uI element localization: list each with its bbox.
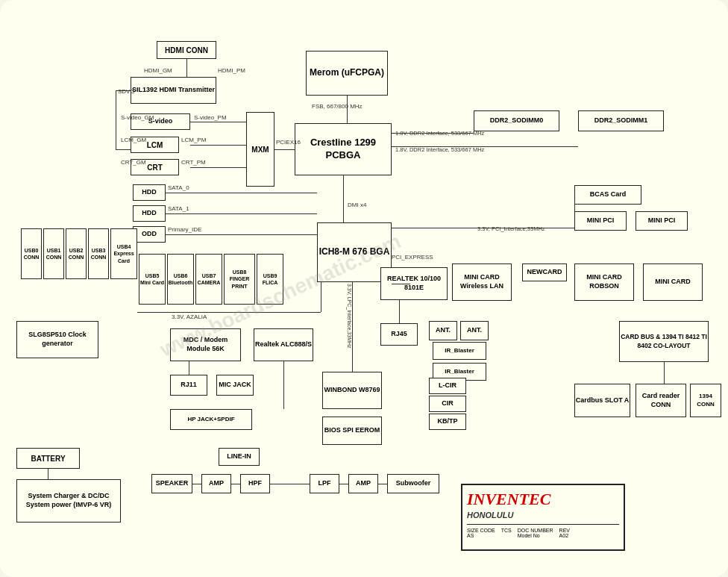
mini-pci1-block: MINI PCI <box>574 211 627 231</box>
line-mxm-crestline <box>274 149 295 150</box>
lpc-interface-label: 3.3V, LPC_Interface,33MHz <box>347 284 352 373</box>
sata1-label: SATA_1 <box>168 205 189 212</box>
usb3-block: USB3 CONN <box>88 228 109 279</box>
tcs-label: TCS <box>501 528 512 533</box>
line-alc-hpjack <box>283 361 284 409</box>
hdmi-pm-label: HDMI_PM <box>218 67 245 74</box>
primary-ide-label: Primary_IDE <box>168 226 201 233</box>
line-battery-charger <box>48 469 48 479</box>
line-hdd1-ich8m <box>166 193 317 193</box>
cir-block: CIR <box>429 396 466 412</box>
hdd1-block: HDD <box>133 184 166 201</box>
schematic-page: www.boardschematic.com HDMI CONN SIL1392… <box>0 0 728 577</box>
bcas-block: BCAS Card <box>574 185 641 205</box>
svideo-gm-label: S-video_GM <box>121 114 154 121</box>
line-hdmi-conn-sil <box>186 59 187 77</box>
line-hpf-lpf <box>270 484 310 484</box>
usb0-block: USB0 CONN <box>21 228 42 279</box>
line-cardbus-v <box>664 362 665 384</box>
crt-gm-label: CRT_GM <box>121 159 146 166</box>
mxm-block: MXM <box>246 112 274 187</box>
line-ich8m-realtek <box>392 284 410 284</box>
line-ich8m-usb-h <box>137 312 321 313</box>
slg8-block: SLG8SP510 Clock generator <box>16 321 98 358</box>
line-odd-ich8m <box>166 234 317 235</box>
card-bus-block: CARD BUS & 1394 TI 8412 TI 8402 CO-LAYOU… <box>619 321 709 362</box>
model-no-label: Model No <box>518 533 553 538</box>
svideo-pm-label: S-video_PM <box>194 114 227 121</box>
a02-label: A02 <box>559 533 570 538</box>
hdd2-block: HDD <box>133 205 166 222</box>
line-amp2-sub <box>378 484 387 484</box>
subwoofer-block: Subwoofer <box>387 474 439 493</box>
cardbus-slot-block: Cardbus SLOT A <box>574 384 630 417</box>
line-speaker-amp1 <box>192 484 201 484</box>
line-bcas-v <box>574 202 575 211</box>
usb1-block: USB1 CONN <box>43 228 64 279</box>
line-svideo-mxm <box>190 122 246 122</box>
line-lcm-mxm <box>190 145 246 146</box>
card-reader-block: Card reader CONN <box>636 384 686 417</box>
line-sil-sdvo <box>116 90 131 91</box>
inventec-title: INVENTEC <box>467 490 619 509</box>
pci-express-label: PCI_EXPRESS <box>392 254 433 261</box>
winbond-block: WINBOND W8769 <box>322 372 382 409</box>
pci-interface-label: 3.3V, PCI_Interface,33MHz <box>477 225 545 232</box>
dmi-label: DMI x4 <box>348 202 366 208</box>
line-merom-crestline <box>347 96 348 123</box>
rj45-block: RJ45 <box>380 323 418 346</box>
ant1-block: ANT. <box>429 321 457 340</box>
line-mdc-rj11 <box>189 361 189 375</box>
newcard-block: NEWCARD <box>522 263 567 281</box>
line-lpf-amp2 <box>339 484 348 484</box>
hdmi-gm-label: HDMI_GM <box>144 67 172 74</box>
amp2-block: AMP <box>348 474 378 493</box>
ant2-block: ANT. <box>460 321 489 340</box>
inventec-info: SIZE CODE AS TCS DOC NUMBER Model No REV… <box>467 524 619 538</box>
honolulu-label: HONOLULU <box>467 511 619 520</box>
kbtp-block: KB/TP <box>429 414 466 430</box>
mdc-modem-block: MDC / Modem Module 56K <box>170 328 241 361</box>
lcm-gm-label: LCM_GM <box>121 137 146 143</box>
usb6-block: USB6 Bluetooth <box>167 254 194 305</box>
fsb-label: FSB, 667/800 MHz <box>312 103 363 110</box>
lcm-pm-label: LCM_PM <box>181 137 206 143</box>
l-cir-block: L-CIR <box>429 378 466 394</box>
sata0-label: SATA_0 <box>168 184 189 191</box>
line-crt-mxm <box>190 167 246 168</box>
ir-blaster1-block: IR_Blaster <box>433 342 486 360</box>
realtek-block: REALTEK 10/100 8101E <box>380 267 448 300</box>
as-val: AS <box>467 533 495 538</box>
sdvo-label: SDVO <box>118 88 135 95</box>
realtek-alc-block: Realtek ALC888/S <box>254 328 313 361</box>
merom-block: Merom (uFCPGA) <box>306 51 388 96</box>
conn-1394-block: 1394 CONN <box>690 384 721 417</box>
mic-jack-block: MIC JACK <box>216 375 254 396</box>
amp1-block: AMP <box>201 474 231 493</box>
line-hdd2-ich8m <box>166 213 317 214</box>
ddr2-0-block: DDR2_SODIMM0 <box>474 110 559 131</box>
azalia-label: 3.3V, AZALIA <box>172 314 207 320</box>
pciex16-label: PCIEX16 <box>276 139 301 146</box>
lpf-block: LPF <box>310 474 339 493</box>
mini-card-robson-block: MINI CARD ROBSON <box>574 263 634 301</box>
rev-label: REV <box>559 528 570 533</box>
line-crestline-ddr2-1 <box>392 146 578 147</box>
battery-block: BATTERY <box>16 448 80 469</box>
line-sdvo-v <box>116 90 116 150</box>
mini-card-wireless-block: MINI CARD Wireless LAN <box>452 263 512 301</box>
usb2-block: USB2 CONN <box>66 228 87 279</box>
speaker-block: SPEAKER <box>151 474 192 493</box>
crt-pm-label: CRT_PM <box>181 159 206 166</box>
bios-block: BIOS SPI EEROM <box>322 417 382 445</box>
size-code-label: SIZE CODE <box>467 528 495 533</box>
line-realtek-rj45 <box>399 300 400 323</box>
usb9-block: USB9 FLICA <box>257 254 283 305</box>
line-in-block: LINE-IN <box>219 448 260 466</box>
usb5-block: USB5 Mini Card <box>139 254 166 305</box>
ddr2-line1-label: 1.8V, DDR2 Interface, 533/667 MHz <box>395 146 484 153</box>
line-ich8m-winbond <box>352 282 353 372</box>
hp-jack-block: HP JACK+SPDIF <box>170 409 252 430</box>
rj11-block: RJ11 <box>170 375 207 396</box>
usb4-block: USB4 Express Card <box>110 228 137 279</box>
